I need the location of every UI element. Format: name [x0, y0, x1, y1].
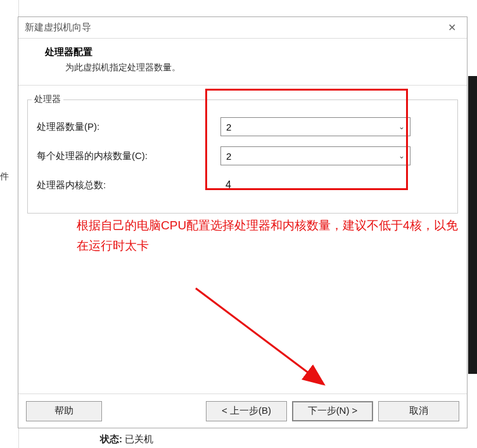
annotation-arrow-icon — [189, 282, 341, 396]
label-processor-count: 处理器数量(P): — [37, 121, 220, 133]
row-cores-per-processor: 每个处理器的内核数量(C): 2 ⌄ — [37, 143, 448, 169]
label-total-cores: 处理器内核总数: — [37, 179, 220, 191]
combo-processor-count[interactable]: 2 ⌄ — [220, 117, 410, 136]
back-button[interactable]: < 上一步(B) — [206, 401, 287, 421]
header-subtitle: 为此虚拟机指定处理器数量。 — [45, 62, 458, 74]
close-icon[interactable]: ✕ — [443, 22, 461, 34]
next-button[interactable]: 下一步(N) > — [292, 401, 373, 421]
content-area: 处理器 处理器数量(P): 2 ⌄ 每个处理器的内核数量(C): 2 ⌄ 处理器… — [18, 86, 467, 396]
fieldset-legend: 处理器 — [32, 94, 63, 105]
annotation-text: 根据自己的电脑CPU配置选择处理器和内核数量，建议不低于4核，以免在运行时太卡 — [77, 215, 467, 257]
label-cores-per-processor: 每个处理器的内核数量(C): — [37, 150, 220, 162]
background-right-strip — [468, 76, 477, 374]
background-left-panel: 件 — [0, 0, 19, 448]
value-total-cores: 4 — [220, 179, 231, 191]
footer-button-bar: 帮助 < 上一步(B) 下一步(N) > 取消 — [18, 394, 467, 428]
processor-fieldset: 处理器 处理器数量(P): 2 ⌄ 每个处理器的内核数量(C): 2 ⌄ 处理器… — [27, 99, 458, 214]
chevron-down-icon: ⌄ — [398, 122, 405, 131]
titlebar: 新建虚拟机向导 ✕ — [18, 17, 467, 39]
window-title: 新建虚拟机向导 — [25, 22, 91, 34]
help-button[interactable]: 帮助 — [26, 401, 102, 421]
row-processor-count: 处理器数量(P): 2 ⌄ — [37, 114, 448, 139]
svg-line-1 — [196, 288, 322, 383]
wizard-dialog: 新建虚拟机向导 ✕ 处理器配置 为此虚拟机指定处理器数量。 处理器 处理器数量(… — [18, 16, 467, 428]
chevron-down-icon: ⌄ — [398, 151, 405, 160]
status-label: 状态: — [100, 433, 122, 444]
bg-left-fragment: 件 — [0, 171, 9, 182]
cancel-button[interactable]: 取消 — [378, 401, 459, 421]
combo-cores-value: 2 — [226, 151, 231, 162]
header-title: 处理器配置 — [45, 46, 458, 58]
status-value: 已关机 — [125, 433, 153, 444]
combo-processor-count-value: 2 — [226, 122, 231, 132]
status-line: 状态: 已关机 — [100, 433, 153, 445]
row-total-cores: 处理器内核总数: 4 — [37, 172, 448, 198]
header-area: 处理器配置 为此虚拟机指定处理器数量。 — [18, 39, 467, 86]
combo-cores-per-processor[interactable]: 2 ⌄ — [220, 146, 410, 165]
